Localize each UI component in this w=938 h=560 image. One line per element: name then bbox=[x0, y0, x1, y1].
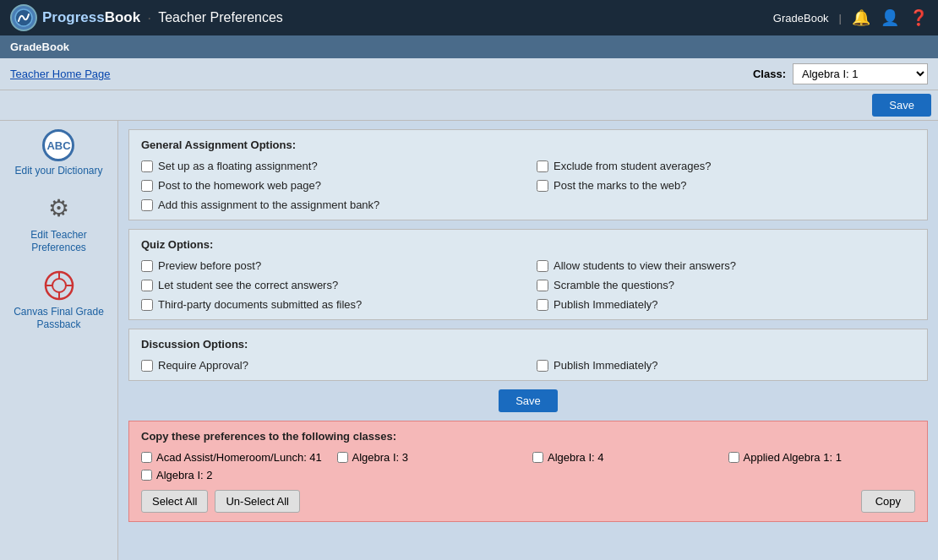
copy-classes-grid: Acad Assist/Homeroom/Lunch: 41 Algebra I… bbox=[141, 451, 915, 481]
app-logo[interactable]: ProgressBook bbox=[10, 4, 140, 31]
discussion-options-title: Discussion Options: bbox=[141, 338, 915, 351]
gradebook-link[interactable]: GradeBook bbox=[773, 12, 829, 24]
copy-section: Copy these preferences to the following … bbox=[128, 421, 928, 522]
quiz-options-section: Quiz Options: Preview before post? Allow… bbox=[128, 229, 928, 320]
header-title: Teacher Preferences bbox=[158, 10, 283, 25]
label-require-approval: Require Approval? bbox=[158, 359, 248, 372]
label-third-party: Third-party documents submitted as files… bbox=[158, 298, 362, 311]
checkbox-require-approval[interactable] bbox=[141, 360, 153, 372]
checkbox-scramble-questions[interactable] bbox=[537, 280, 548, 291]
checkbox-post-homework[interactable] bbox=[141, 180, 153, 192]
sidebar: ABC Edit your Dictionary ⚙ Edit Teacher … bbox=[0, 121, 118, 560]
class-label: Class: bbox=[753, 68, 786, 80]
copy-class-algebra4: Algebra I: 4 bbox=[532, 451, 720, 464]
abc-icon: ABC bbox=[42, 129, 74, 161]
checkbox-copy-algebra3[interactable] bbox=[337, 452, 348, 463]
checkbox-allow-view-answers[interactable] bbox=[537, 260, 548, 272]
copy-class-applied: Applied Algebra 1: 1 bbox=[728, 451, 916, 464]
checkbox-floating[interactable] bbox=[141, 160, 153, 172]
discussion-options-section: Discussion Options: Require Approval? Pu… bbox=[128, 329, 928, 381]
checkbox-copy-applied[interactable] bbox=[728, 452, 739, 463]
copy-class-acad: Acad Assist/Homeroom/Lunch: 41 bbox=[141, 451, 329, 464]
label-publish-immediately-quiz: Publish Immediately? bbox=[554, 298, 658, 311]
breadcrumb-bar: Teacher Home Page Class: Algebra I: 1 Al… bbox=[0, 58, 938, 90]
header-separator: | bbox=[839, 12, 842, 24]
label-correct-answers: Let student see the correct answers? bbox=[158, 279, 338, 291]
option-scramble-questions: Scramble the questions? bbox=[537, 279, 915, 291]
checkbox-publish-immediately-quiz[interactable] bbox=[537, 299, 548, 311]
save-top-button[interactable]: Save bbox=[872, 94, 931, 117]
label-copy-algebra3: Algebra I: 3 bbox=[352, 451, 409, 464]
label-post-marks: Post the marks to the web? bbox=[554, 179, 687, 192]
checkbox-copy-algebra4[interactable] bbox=[532, 452, 543, 463]
class-dropdown[interactable]: Algebra I: 1 Algebra I: 2 Algebra I: 3 A… bbox=[793, 63, 928, 84]
option-require-approval: Require Approval? bbox=[141, 359, 520, 372]
label-scramble-questions: Scramble the questions? bbox=[554, 279, 674, 291]
checkbox-preview-post[interactable] bbox=[141, 260, 153, 272]
svg-point-2 bbox=[52, 279, 66, 292]
checkbox-publish-immediately-disc[interactable] bbox=[537, 360, 548, 372]
option-preview-post: Preview before post? bbox=[141, 259, 520, 272]
label-copy-algebra2: Algebra I: 2 bbox=[156, 469, 213, 481]
option-floating: Set up as a floating assignment? bbox=[141, 160, 520, 172]
sidebar-item-edit-dictionary-label: Edit your Dictionary bbox=[14, 165, 102, 178]
discussion-options-grid: Require Approval? Publish Immediately? bbox=[141, 359, 915, 372]
quiz-options-title: Quiz Options: bbox=[141, 238, 915, 251]
notifications-icon[interactable]: 🔔 bbox=[852, 8, 870, 27]
label-exclude-avg: Exclude from student averages? bbox=[554, 160, 711, 172]
copy-class-algebra2: Algebra I: 2 bbox=[141, 469, 329, 481]
sidebar-item-edit-dictionary[interactable]: ABC Edit your Dictionary bbox=[14, 129, 102, 178]
help-icon[interactable]: ❓ bbox=[909, 8, 928, 27]
option-allow-view-answers: Allow students to view their answers? bbox=[537, 259, 915, 272]
copy-section-title: Copy these preferences to the following … bbox=[141, 430, 915, 443]
select-all-button[interactable]: Select All bbox=[141, 490, 208, 513]
sidebar-item-canvas-label: Canvas Final Grade Passback bbox=[4, 306, 113, 332]
label-allow-view-answers: Allow students to view their answers? bbox=[554, 259, 736, 272]
checkbox-assignment-bank[interactable] bbox=[141, 199, 153, 211]
sidebar-item-teacher-preferences[interactable]: ⚙ Edit Teacher Preferences bbox=[4, 192, 113, 255]
option-post-homework: Post to the homework web page? bbox=[141, 179, 520, 192]
option-publish-immediately-quiz: Publish Immediately? bbox=[537, 298, 915, 311]
label-copy-algebra4: Algebra I: 4 bbox=[548, 451, 604, 464]
label-preview-post: Preview before post? bbox=[158, 259, 261, 272]
general-assignment-options: Set up as a floating assignment? Exclude… bbox=[141, 160, 915, 211]
label-copy-acad: Acad Assist/Homeroom/Lunch: 41 bbox=[156, 451, 322, 464]
sidebar-item-canvas[interactable]: Canvas Final Grade Passback bbox=[4, 269, 113, 332]
checkbox-copy-algebra2[interactable] bbox=[141, 470, 152, 481]
header-divider: · bbox=[147, 9, 151, 27]
header-right: GradeBook | 🔔 👤 ❓ bbox=[773, 8, 928, 27]
main-layout: ABC Edit your Dictionary ⚙ Edit Teacher … bbox=[0, 121, 938, 560]
teacher-home-link[interactable]: Teacher Home Page bbox=[10, 68, 111, 80]
copy-class-algebra3: Algebra I: 3 bbox=[337, 451, 525, 464]
checkbox-exclude-avg[interactable] bbox=[537, 160, 548, 172]
copy-button[interactable]: Copy bbox=[861, 490, 915, 513]
logo-icon bbox=[10, 4, 37, 31]
label-assignment-bank: Add this assignment to the assignment ba… bbox=[158, 198, 379, 211]
quiz-options-grid: Preview before post? Allow students to v… bbox=[141, 259, 915, 311]
sidebar-item-teacher-preferences-label: Edit Teacher Preferences bbox=[4, 229, 113, 255]
sub-header: GradeBook bbox=[0, 35, 938, 58]
checkbox-correct-answers[interactable] bbox=[141, 280, 153, 291]
copy-buttons: Select All Un-Select All Copy bbox=[141, 490, 915, 513]
label-floating: Set up as a floating assignment? bbox=[158, 160, 318, 172]
save-top-bar: Save bbox=[0, 90, 938, 121]
option-exclude-avg: Exclude from student averages? bbox=[537, 160, 915, 172]
checkbox-post-marks[interactable] bbox=[537, 180, 548, 192]
checkbox-copy-acad[interactable] bbox=[141, 452, 152, 463]
user-icon[interactable]: 👤 bbox=[881, 8, 899, 27]
general-assignment-section: General Assignment Options: Set up as a … bbox=[128, 129, 928, 220]
gear-icon: ⚙ bbox=[42, 192, 76, 226]
class-selector: Class: Algebra I: 1 Algebra I: 2 Algebra… bbox=[753, 63, 928, 84]
option-third-party: Third-party documents submitted as files… bbox=[141, 298, 520, 311]
checkbox-third-party[interactable] bbox=[141, 299, 153, 311]
unselect-all-button[interactable]: Un-Select All bbox=[215, 490, 299, 513]
label-copy-applied: Applied Algebra 1: 1 bbox=[744, 451, 842, 464]
sub-header-label: GradeBook bbox=[10, 41, 69, 53]
save-center-button[interactable]: Save bbox=[499, 389, 558, 412]
label-post-homework: Post to the homework web page? bbox=[158, 179, 321, 192]
option-publish-immediately-disc: Publish Immediately? bbox=[537, 359, 915, 372]
canvas-icon bbox=[42, 269, 76, 302]
general-assignment-title: General Assignment Options: bbox=[141, 139, 915, 151]
center-save-container: Save bbox=[128, 389, 928, 412]
option-post-marks: Post the marks to the web? bbox=[537, 179, 915, 192]
